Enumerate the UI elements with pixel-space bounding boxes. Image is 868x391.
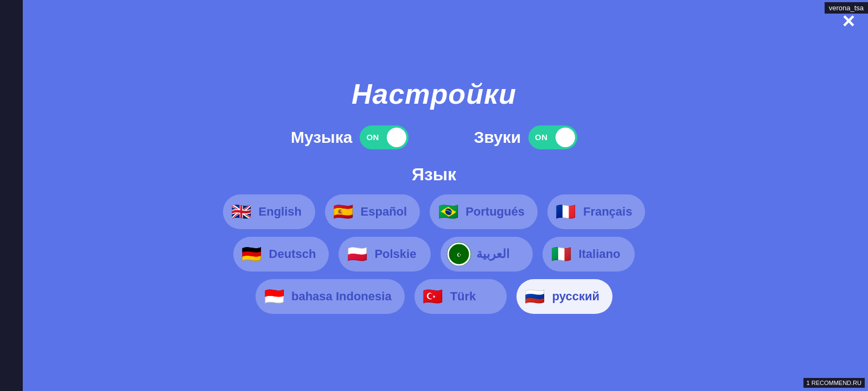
lang-name-bahasa: bahasa Indonesia — [291, 289, 392, 304]
flag-espanol: 🇪🇸 — [331, 200, 355, 224]
sounds-toggle[interactable]: ON — [528, 125, 577, 149]
language-row-1: 🇬🇧 English 🇪🇸 Español 🇧🇷 Portugués 🇫🇷 Fr… — [223, 194, 646, 229]
lang-name-espanol: Español — [361, 205, 407, 219]
lang-name-english: English — [259, 205, 302, 219]
lang-btn-turk[interactable]: 🇹🇷 Türk — [414, 279, 507, 314]
settings-panel: Настройки Музыка ON Звуки ON Язык — [108, 78, 760, 314]
toggles-row: Музыка ON Звуки ON — [291, 125, 577, 149]
music-toggle-knob — [387, 128, 406, 147]
flag-polskie: 🇵🇱 — [345, 242, 369, 266]
sounds-toggle-group: Звуки ON — [474, 125, 577, 149]
lang-name-russian: русский — [552, 289, 599, 304]
flag-turk: 🇹🇷 — [421, 285, 445, 308]
sounds-state: ON — [535, 133, 548, 142]
close-button[interactable]: × — [843, 10, 855, 31]
lang-btn-deutsch[interactable]: 🇩🇪 Deutsch — [233, 237, 329, 272]
lang-btn-francais[interactable]: 🇫🇷 Français — [547, 194, 646, 229]
flag-deutsch: 🇩🇪 — [240, 242, 264, 266]
sounds-label: Звуки — [474, 128, 521, 147]
lang-btn-english[interactable]: 🇬🇧 English — [223, 194, 315, 229]
lang-btn-italiano[interactable]: 🇮🇹 Italiano — [542, 237, 635, 272]
lang-name-francais: Français — [583, 205, 633, 219]
language-row-2: 🇩🇪 Deutsch 🇵🇱 Polskie ☪ العر — [233, 237, 635, 272]
language-section: Язык 🇬🇧 English 🇪🇸 Español 🇧🇷 Portugués … — [108, 165, 760, 314]
lang-name-polskie: Polskie — [374, 247, 416, 261]
language-title: Язык — [412, 165, 456, 185]
flag-portugues: 🇧🇷 — [436, 200, 460, 224]
music-toggle[interactable]: ON — [360, 125, 409, 149]
lang-name-turk: Türk — [450, 289, 476, 304]
flag-bahasa: 🇮🇩 — [262, 285, 286, 308]
flag-arabic: ☪ — [447, 242, 471, 266]
flag-francais: 🇫🇷 — [554, 200, 578, 224]
lang-name-italiano: Italiano — [578, 247, 620, 261]
lang-name-arabic: العربية — [476, 247, 509, 261]
lang-btn-espanol[interactable]: 🇪🇸 Español — [325, 194, 420, 229]
lang-btn-russian[interactable]: 🇷🇺 русский — [516, 279, 612, 314]
flag-italiano: 🇮🇹 — [549, 242, 573, 266]
lang-btn-polskie[interactable]: 🇵🇱 Polskie — [339, 237, 431, 272]
lang-name-deutsch: Deutsch — [269, 247, 316, 261]
music-state: ON — [366, 133, 379, 142]
settings-title: Настройки — [352, 78, 516, 110]
flag-english: 🇬🇧 — [229, 200, 253, 224]
svg-text:☪: ☪ — [457, 252, 462, 258]
music-label: Музыка — [291, 128, 353, 147]
left-sidebar — [0, 0, 23, 391]
lang-btn-arabic[interactable]: ☪ العربية — [441, 237, 533, 272]
sounds-toggle-knob — [556, 128, 575, 147]
flag-russian: 🇷🇺 — [523, 285, 547, 308]
language-row-3: 🇮🇩 bahasa Indonesia 🇹🇷 Türk 🇷🇺 русский — [256, 279, 612, 314]
recommend-badge: 1 RECOMMEND.RU — [803, 378, 865, 388]
lang-btn-bahasa[interactable]: 🇮🇩 bahasa Indonesia — [256, 279, 405, 314]
lang-name-portugues: Portugués — [465, 205, 525, 219]
lang-btn-portugues[interactable]: 🇧🇷 Portugués — [430, 194, 538, 229]
music-toggle-group: Музыка ON — [291, 125, 409, 149]
language-grid: 🇬🇧 English 🇪🇸 Español 🇧🇷 Portugués 🇫🇷 Fr… — [108, 194, 760, 314]
